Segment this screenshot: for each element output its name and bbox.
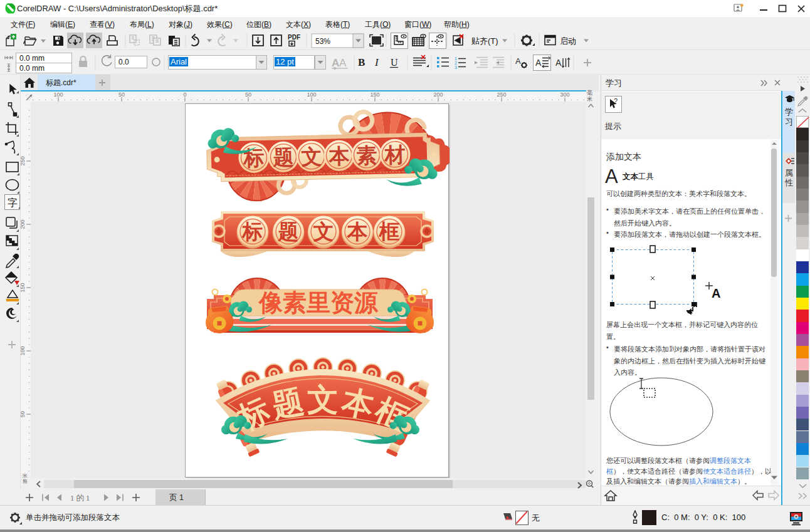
- svg-text:题: 题: [272, 146, 294, 169]
- svg-text:像素里资源: 像素里资源: [258, 289, 379, 316]
- svg-text:字: 字: [8, 197, 18, 208]
- svg-text:250: 250: [497, 91, 506, 98]
- svg-text:A: A: [332, 57, 339, 69]
- svg-text:3: 3: [455, 65, 457, 70]
- svg-text:材: 材: [384, 143, 406, 167]
- svg-text:50: 50: [21, 411, 26, 417]
- svg-text:50: 50: [118, 91, 125, 98]
- svg-text:A: A: [339, 57, 347, 69]
- svg-text:文: 文: [313, 221, 334, 243]
- svg-text:I: I: [374, 56, 379, 68]
- svg-text:本: 本: [328, 145, 350, 168]
- svg-text:A: A: [535, 58, 542, 68]
- svg-text:200: 200: [433, 91, 443, 98]
- svg-text:贴齐(T): 贴齐(T): [471, 36, 498, 46]
- svg-text:250: 250: [21, 156, 26, 165]
- svg-text:150: 150: [21, 283, 26, 292]
- svg-text:本: 本: [347, 221, 369, 243]
- svg-text:标: 标: [242, 147, 265, 170]
- svg-text:300: 300: [560, 91, 569, 98]
- svg-text:100: 100: [307, 91, 316, 98]
- svg-text:1: 1: [455, 56, 457, 61]
- svg-text:0: 0: [183, 91, 186, 98]
- svg-text:A: A: [712, 286, 720, 300]
- svg-text:2: 2: [455, 61, 457, 65]
- svg-text:PDF: PDF: [288, 34, 300, 41]
- svg-text:标: 标: [241, 221, 263, 243]
- svg-text:100: 100: [53, 91, 63, 98]
- svg-text:文: 文: [301, 145, 322, 169]
- svg-text:文: 文: [307, 382, 339, 417]
- svg-text:50: 50: [245, 91, 251, 98]
- svg-text:A: A: [515, 56, 521, 66]
- svg-text:U: U: [391, 57, 398, 68]
- svg-text:1 的 1: 1 的 1: [70, 494, 90, 503]
- svg-text:?: ?: [614, 97, 618, 105]
- svg-text:200: 200: [21, 219, 26, 229]
- svg-text:A: A: [555, 58, 562, 68]
- svg-text:题: 题: [278, 221, 299, 243]
- svg-text:53%: 53%: [315, 37, 330, 46]
- svg-text:150: 150: [370, 91, 379, 98]
- svg-text:素: 素: [356, 144, 377, 167]
- svg-text:100: 100: [21, 346, 26, 355]
- svg-text:启动: 启动: [560, 36, 576, 46]
- svg-text:框: 框: [379, 221, 400, 243]
- svg-text:B: B: [358, 56, 365, 68]
